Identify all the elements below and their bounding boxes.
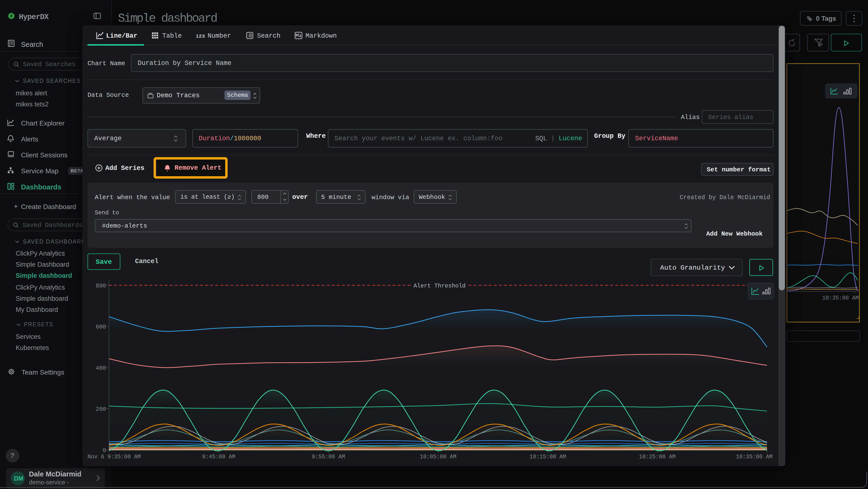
svg-text:10:15:00 AM: 10:15:00 AM [529,454,566,460]
svg-text:10:25:00 AM: 10:25:00 AM [639,454,676,460]
svg-text:0: 0 [103,447,106,454]
svg-text:400: 400 [96,365,106,371]
svg-text:10:05:00 AM: 10:05:00 AM [420,454,457,460]
svg-text:200: 200 [96,406,106,412]
svg-text:9:45:00 AM: 9:45:00 AM [202,454,235,460]
svg-text:10:35:00 AM: 10:35:00 AM [736,454,773,460]
svg-text:9:55:00 AM: 9:55:00 AM [312,454,345,460]
svg-text:Nov 6 9:35:00 AM: Nov 6 9:35:00 AM [88,454,141,460]
svg-text:800: 800 [96,283,106,289]
svg-text:600: 600 [96,324,106,330]
svg-text:Alert Threshold: Alert Threshold [413,283,466,289]
